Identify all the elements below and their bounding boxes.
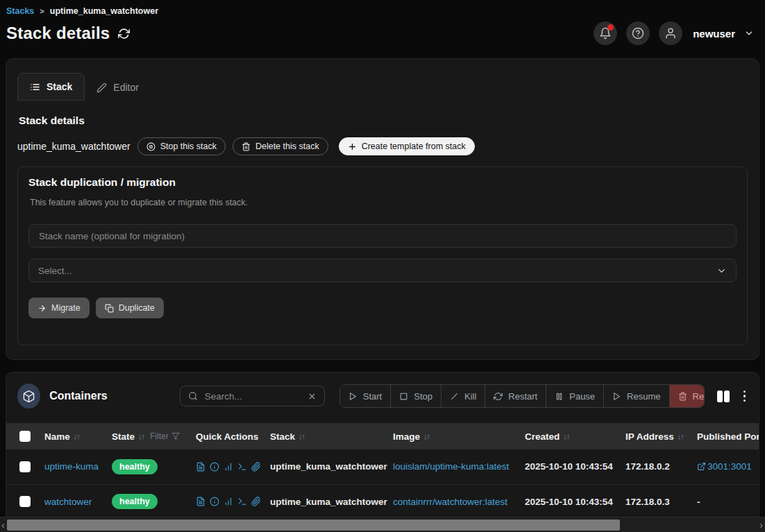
containers-section-icon — [17, 384, 40, 409]
inspect-icon[interactable] — [210, 462, 219, 472]
duplication-title: Stack duplication / migration — [28, 176, 737, 189]
table-row: watchtower healthy uptime_kuma_watchtowe… — [6, 484, 759, 519]
stack-cell: uptime_kuma_watchtower — [270, 497, 387, 507]
row-checkbox[interactable] — [19, 496, 31, 507]
port-label: 3001:3001 — [707, 461, 752, 472]
stats-icon[interactable] — [224, 462, 233, 472]
ports-cell: - — [697, 497, 700, 507]
list-icon — [30, 82, 40, 92]
stop-button[interactable]: Stop — [391, 385, 442, 407]
refresh-button[interactable] — [118, 28, 130, 40]
status-badge: healthy — [112, 459, 158, 474]
trash-icon — [678, 392, 687, 401]
stack-details-panel: Stack Editor Stack details uptime_kuma_w… — [6, 58, 759, 360]
logs-icon[interactable] — [196, 497, 205, 506]
scroll-right-arrow[interactable]: › — [759, 519, 763, 531]
stack-name-input[interactable] — [28, 224, 737, 248]
help-button[interactable] — [626, 22, 650, 45]
column-header-ports[interactable]: Published Ports — [697, 431, 759, 442]
migrate-label: Migrate — [51, 303, 81, 313]
stats-icon[interactable] — [224, 497, 233, 506]
tab-stack[interactable]: Stack — [17, 73, 85, 101]
search-icon — [188, 391, 198, 401]
duplicate-label: Duplicate — [119, 303, 155, 313]
console-icon[interactable] — [237, 497, 247, 506]
table-header-row: Name↓↑ State↓↑Filter Quick Actions Stack… — [6, 423, 759, 449]
select-all-checkbox[interactable] — [19, 431, 31, 442]
attach-icon[interactable] — [251, 462, 261, 472]
console-icon[interactable] — [237, 462, 247, 472]
username[interactable]: newuser — [693, 28, 735, 40]
migrate-button[interactable]: Migrate — [28, 298, 90, 318]
scroll-left-arrow[interactable]: ‹ — [1, 519, 5, 531]
sort-icon[interactable]: ↓↑ — [138, 432, 144, 440]
duplicate-button[interactable]: Duplicate — [96, 298, 164, 318]
column-header-name[interactable]: Name — [44, 431, 70, 442]
restart-icon — [494, 392, 503, 401]
tab-stack-label: Stack — [47, 81, 72, 92]
kill-button[interactable]: Kill — [442, 385, 485, 407]
column-header-image[interactable]: Image — [393, 431, 420, 442]
tabs: Stack Editor — [17, 73, 748, 101]
chevron-down-icon — [716, 266, 727, 276]
quick-actions — [196, 497, 270, 506]
container-name-link[interactable]: uptime-kuma — [44, 461, 99, 472]
resume-button[interactable]: Resume — [604, 385, 669, 407]
status-badge: healthy — [112, 494, 158, 509]
start-button[interactable]: Start — [340, 385, 391, 407]
container-name-link[interactable]: watchtower — [44, 497, 92, 507]
duplication-section: Stack duplication / migration This featu… — [17, 166, 748, 345]
breadcrumb-link-stacks[interactable]: Stacks — [6, 6, 34, 16]
create-template-button[interactable]: Create template from stack — [339, 137, 475, 155]
restart-button[interactable]: Restart — [485, 385, 546, 407]
image-link[interactable]: containrrr/watchtower:latest — [393, 497, 507, 507]
scrollbar-thumb[interactable] — [7, 520, 620, 531]
pause-button[interactable]: Pause — [546, 385, 604, 407]
clear-search-button[interactable] — [308, 392, 317, 401]
pencil-icon — [96, 83, 107, 93]
environment-select-value: Select... — [38, 266, 72, 276]
user-icon — [664, 27, 677, 40]
notifications-button[interactable] — [594, 22, 617, 45]
stop-label: Stop — [414, 391, 432, 402]
filter-label[interactable]: Filter — [150, 431, 169, 441]
search-input[interactable] — [203, 391, 302, 402]
columns-icon — [717, 391, 723, 402]
sort-icon[interactable]: ↓↑ — [299, 432, 305, 440]
sort-icon[interactable]: ↓↑ — [678, 432, 684, 440]
tab-editor[interactable]: Editor — [85, 74, 151, 101]
square-icon — [399, 392, 408, 401]
horizontal-scrollbar[interactable]: ‹ › — [0, 517, 765, 532]
header-actions: newuser — [594, 22, 754, 45]
filter-icon[interactable] — [171, 432, 180, 440]
sort-icon[interactable]: ↓↑ — [563, 432, 569, 440]
user-avatar[interactable] — [659, 22, 682, 45]
logs-icon[interactable] — [196, 462, 205, 472]
containers-header: Containers Start Stop Kill Rest — [6, 372, 759, 409]
stop-stack-button[interactable]: Stop this stack — [137, 137, 226, 155]
delete-stack-button[interactable]: Delete this stack — [233, 137, 328, 155]
resume-label: Resume — [627, 391, 660, 402]
refresh-icon — [118, 28, 130, 40]
column-header-state[interactable]: State — [112, 431, 135, 442]
help-icon — [632, 27, 644, 40]
chevron-down-icon — [744, 28, 754, 38]
published-port-link[interactable]: 3001:3001 — [697, 461, 759, 472]
row-checkbox[interactable] — [19, 461, 31, 472]
breadcrumb-separator: > — [40, 7, 44, 15]
user-menu-button[interactable] — [744, 28, 754, 38]
attach-icon[interactable] — [251, 497, 261, 506]
column-header-created[interactable]: Created — [525, 431, 560, 442]
arrow-right-icon — [37, 304, 47, 313]
columns-toggle-button[interactable] — [717, 391, 730, 402]
sort-icon[interactable]: ↓↑ — [423, 432, 430, 440]
column-header-ip[interactable]: IP Address — [625, 431, 674, 442]
environment-select[interactable]: Select... — [28, 259, 737, 282]
remove-button[interactable]: Remove — [670, 385, 705, 407]
column-header-stack[interactable]: Stack — [270, 431, 295, 442]
sort-icon[interactable]: ↓↑ — [74, 432, 80, 440]
more-options-button[interactable] — [741, 388, 748, 404]
remove-label: Remove — [693, 391, 705, 402]
image-link[interactable]: louislam/uptime-kuma:latest — [393, 461, 509, 472]
inspect-icon[interactable] — [210, 497, 219, 506]
